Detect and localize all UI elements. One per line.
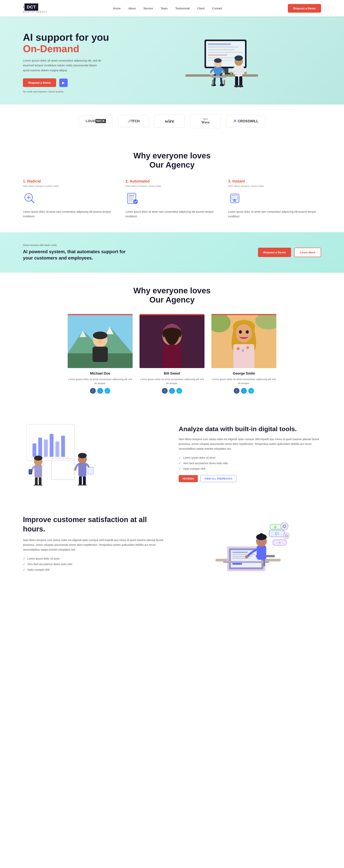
team-title: Why everyone loves Our Agency bbox=[23, 286, 321, 304]
svg-point-70 bbox=[242, 349, 244, 352]
improve-checklist: ✓ Lorem ipsum dolor sit amet ✓ Vero faci… bbox=[23, 557, 165, 571]
feature-2-num: 2. Automated bbox=[126, 179, 219, 183]
team-grid: 😊 Michael Doe Lorem ipsum dolor sit amet… bbox=[23, 314, 321, 394]
improve-check-icon-3: ✓ bbox=[23, 568, 25, 571]
brands-row: LOUDNICK 𝒫 ITCH wire Real Wave ✕ CROSSWI… bbox=[79, 114, 265, 128]
improve-title: Improve customer satisfaction at all hou… bbox=[23, 515, 165, 534]
nav-about[interactable]: About bbox=[128, 7, 136, 10]
bill-facebook[interactable]: f bbox=[162, 388, 167, 394]
feedbacks-button[interactable]: VIEW ALL FEEDBACKS bbox=[200, 475, 237, 482]
svg-rect-59 bbox=[162, 345, 182, 368]
svg-rect-37 bbox=[129, 195, 134, 196]
team-card-george: George Smile Lorem ipsum dolor sit amet … bbox=[211, 314, 276, 394]
svg-text:💬: 💬 bbox=[275, 532, 278, 535]
svg-point-89 bbox=[38, 485, 42, 486]
svg-rect-2 bbox=[208, 43, 231, 45]
brand-wire-label: wire bbox=[165, 118, 174, 124]
svg-rect-3 bbox=[208, 46, 239, 48]
brand-wire: wire bbox=[154, 115, 185, 128]
brand-pitch-icon: 𝒫 bbox=[127, 119, 130, 124]
reviews-button[interactable]: REVIEWS bbox=[179, 475, 198, 482]
logo: 3 DCT STARTUP AGENCY bbox=[23, 3, 47, 13]
search-magnify-icon bbox=[23, 192, 36, 205]
svg-point-66 bbox=[239, 330, 242, 334]
analyze-illustration bbox=[23, 421, 165, 486]
svg-rect-85 bbox=[29, 470, 32, 473]
bill-vimeo[interactable]: v bbox=[177, 388, 182, 394]
svg-point-71 bbox=[246, 346, 249, 349]
cta-demo-button[interactable]: Request a Demo bbox=[258, 248, 291, 257]
svg-rect-86 bbox=[35, 477, 38, 486]
nav-client[interactable]: Client bbox=[197, 7, 205, 10]
svg-rect-95 bbox=[89, 468, 93, 473]
nav-contact[interactable]: Contact bbox=[212, 7, 222, 10]
hero-section: AI support for you On-Demand Lorem ipsum… bbox=[0, 17, 344, 104]
svg-rect-107 bbox=[232, 554, 255, 555]
svg-rect-43 bbox=[232, 195, 238, 199]
nav-service[interactable]: Service bbox=[143, 7, 153, 10]
michael-twitter[interactable]: t bbox=[97, 388, 103, 394]
brands-section: LOUDNICK 𝒫 ITCH wire Real Wave ✕ CROSSWI… bbox=[0, 104, 344, 138]
svg-point-23 bbox=[244, 72, 247, 74]
svg-rect-87 bbox=[39, 477, 41, 486]
why-title: Why everyone loves Our Agency bbox=[23, 151, 321, 169]
george-vimeo[interactable]: v bbox=[248, 388, 254, 394]
hero-content: AI support for you On-Demand Lorem ipsum… bbox=[23, 32, 122, 93]
svg-point-82 bbox=[34, 456, 42, 461]
hero-play-button[interactable]: ▶ bbox=[59, 79, 68, 87]
checklist-item-3: ✓ Optio cumque nihil bbox=[179, 467, 321, 470]
cta-buttons: Request a Demo Learn More bbox=[258, 248, 321, 257]
svg-point-67 bbox=[246, 330, 249, 334]
member-bill-name: Bill Sweet bbox=[139, 372, 205, 375]
cta-learn-more-button[interactable]: Learn More bbox=[294, 248, 321, 257]
improve-desc: Nam libero tempore cum soluta nobis est … bbox=[23, 538, 165, 552]
svg-rect-5 bbox=[208, 52, 242, 53]
svg-text:✉: ✉ bbox=[279, 541, 281, 544]
hero-illustration bbox=[122, 32, 321, 93]
instant-icon bbox=[228, 192, 241, 205]
cta-small-text: Grow revenue with lower costs bbox=[23, 244, 130, 247]
svg-rect-54 bbox=[93, 347, 108, 362]
svg-line-33 bbox=[32, 200, 34, 203]
hero-cta-button[interactable]: Request a Demo bbox=[23, 79, 56, 87]
check-icon-2: ✓ bbox=[179, 461, 181, 465]
svg-point-15 bbox=[210, 73, 213, 75]
team-section: Why everyone loves Our Agency bbox=[0, 273, 344, 407]
nav-team[interactable]: Team bbox=[160, 7, 167, 10]
nav-cta-button[interactable]: Request a Demo bbox=[288, 4, 321, 12]
check-icon-3: ✓ bbox=[179, 467, 181, 470]
team-photo-bill bbox=[139, 314, 205, 368]
nav-testimonial[interactable]: Testimonial bbox=[175, 7, 190, 10]
svg-point-41 bbox=[133, 199, 138, 204]
hero-description: Lorem ipsum dolor sit amet consectetur a… bbox=[23, 58, 103, 73]
george-twitter[interactable]: t bbox=[241, 388, 247, 394]
logo-subtitle: STARTUP AGENCY bbox=[23, 11, 47, 13]
cta-left: Grow revenue with lower costs AI powered… bbox=[23, 244, 130, 261]
svg-point-117 bbox=[259, 533, 264, 538]
michael-facebook[interactable]: f bbox=[90, 388, 96, 394]
feature-1-num: 1. Radical bbox=[23, 179, 116, 183]
brand-pitch-label: ITCH bbox=[132, 119, 140, 123]
feature-automated: 2. Automated Nam libero tempore soluta n… bbox=[126, 179, 219, 219]
svg-rect-29 bbox=[224, 80, 225, 86]
svg-rect-24 bbox=[235, 76, 238, 86]
cross-icon: ✕ bbox=[233, 119, 237, 124]
george-facebook[interactable]: f bbox=[234, 388, 240, 394]
brand-loudnick: LOUDNICK bbox=[79, 116, 113, 127]
svg-rect-106 bbox=[232, 552, 248, 553]
hero-note: No credit card required. Cancel anytime. bbox=[23, 90, 122, 93]
brand-crosswill: ✕ CROSSWILL bbox=[226, 115, 265, 127]
improve-checklist-item-2: ✓ Vero facil accusamus dores iusto odio bbox=[23, 562, 165, 566]
svg-rect-7 bbox=[208, 57, 237, 58]
michael-vimeo[interactable]: v bbox=[104, 388, 110, 394]
bill-photo bbox=[139, 315, 205, 368]
svg-rect-77 bbox=[55, 441, 59, 457]
svg-rect-97 bbox=[79, 476, 82, 486]
svg-rect-98 bbox=[83, 476, 86, 486]
bill-twitter[interactable]: t bbox=[169, 388, 175, 394]
play-icon: ▶ bbox=[62, 81, 65, 85]
svg-point-92 bbox=[78, 453, 87, 458]
george-social: f t v bbox=[211, 388, 276, 394]
nav-home[interactable]: Home bbox=[113, 7, 121, 10]
svg-rect-38 bbox=[129, 197, 133, 198]
